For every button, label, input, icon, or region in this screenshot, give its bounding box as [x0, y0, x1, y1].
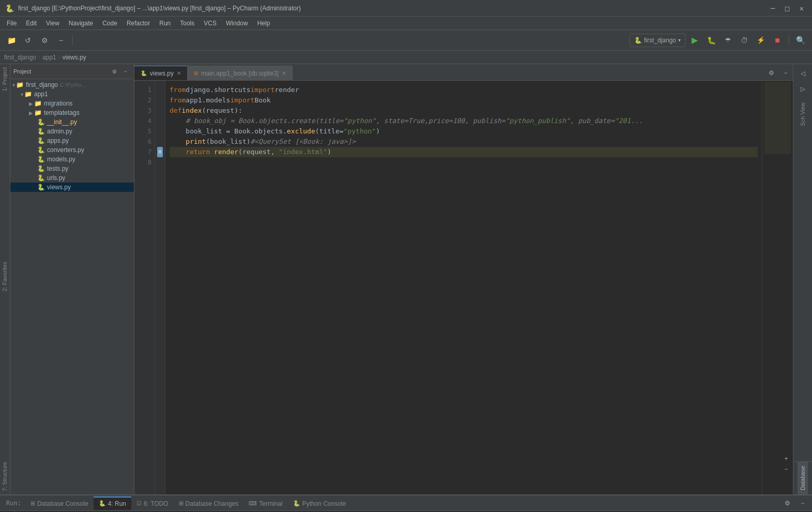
window-controls: ─ □ ✕ — [768, 3, 807, 13]
code-line-5: book_list = Book.objects.exclude(title="… — [170, 126, 758, 137]
bottom-minimize-btn[interactable]: − — [795, 496, 810, 510]
todo-icon: ☑ — [136, 500, 142, 507]
run-config-label: first_django — [644, 37, 676, 44]
tree-init[interactable]: 🐍 __init__.py — [10, 117, 134, 127]
bottom-tab-run[interactable]: 🐍 4: Run — [94, 496, 131, 510]
tree-models[interactable]: 🐍 models.py — [10, 155, 134, 164]
toolbar: 📁 ↺ ⚙ − 🐍 first_django ▾ ▶ 🐛 ☂ ⏱ ⚡ ■ 🔍 — [0, 30, 812, 51]
tree-tests[interactable]: 🐍 tests.py — [10, 164, 134, 173]
bottom-tab-database-console[interactable]: ⊞ Database Console — [25, 496, 94, 510]
scrollmap-preview — [762, 81, 793, 494]
menu-refactor[interactable]: Refactor — [122, 19, 154, 28]
sch-view-label[interactable]: Sch View — [798, 98, 808, 130]
menu-edit[interactable]: Edit — [22, 19, 41, 28]
tree-migrations[interactable]: ▶ 📁 migrations — [10, 99, 134, 108]
tab-close-views[interactable]: ✕ — [177, 70, 181, 76]
run-label: Run: — [2, 500, 25, 507]
tree-app1[interactable]: ▾ 📁 app1 — [10, 89, 134, 99]
tree-views[interactable]: 🐍 views.py — [10, 183, 134, 192]
breadcrumb-app1[interactable]: app1 — [42, 54, 56, 61]
close-button[interactable]: ✕ — [796, 3, 807, 13]
zoom-in-btn[interactable]: + — [782, 454, 791, 463]
bottom-tab-actions: ⚙ − — [780, 496, 810, 510]
run-config-dropdown-icon: ▾ — [678, 37, 681, 43]
stop-button[interactable]: ■ — [770, 33, 785, 48]
toolbar-sync-btn[interactable]: ↺ — [21, 33, 35, 48]
coverage-button[interactable]: ☂ — [721, 33, 735, 48]
right-expand-btn[interactable]: ◁ — [795, 66, 810, 81]
tree-admin[interactable]: 🐍 admin.py — [10, 127, 134, 136]
database-console-icon: ⊞ — [30, 500, 35, 507]
toolbar-sep-2 — [789, 35, 789, 46]
tree-root[interactable]: ▾ 📁 first_django E:\Pytho... — [10, 80, 134, 89]
bottom-tab-python-console[interactable]: 🐍 Python Console — [288, 496, 351, 510]
toolbar-open-btn[interactable]: 📁 — [4, 33, 19, 48]
tab-label-db: main.app1_book [db.sqlite3] — [201, 70, 279, 77]
code-line-1: from django.shortcuts import render — [170, 85, 758, 95]
tab-views-py[interactable]: 🐍 views.py ✕ — [134, 66, 188, 80]
maximize-button[interactable]: □ — [782, 3, 792, 13]
tab-close-db[interactable]: ✕ — [282, 70, 286, 76]
scrollmap: + − — [762, 81, 793, 494]
tree-templatetags[interactable]: ▶ 📁 templatetags — [10, 108, 134, 117]
database-panel-label[interactable]: Database — [798, 462, 808, 494]
menu-window[interactable]: Window — [222, 19, 252, 28]
breadcrumb: first_django › app1 › views.py — [0, 51, 812, 64]
bottom-tab-terminal-label: Terminal — [259, 500, 282, 507]
project-panel-title: Project — [13, 68, 31, 74]
code-editor[interactable]: 1 2 3 4 5 6 7 8 H — [134, 81, 793, 494]
right-collapse-btn[interactable]: ▷ — [795, 82, 810, 96]
title-bar: 🐍 first_django [E:\PythonProject\first_d… — [0, 0, 812, 17]
tree-urls[interactable]: 🐍 urls.py — [10, 173, 134, 183]
menu-file[interactable]: File — [3, 19, 21, 28]
tab-label-views: views.py — [150, 70, 174, 77]
toolbar-minus-btn[interactable]: − — [54, 33, 68, 48]
debug-button[interactable]: 🐛 — [704, 33, 718, 48]
editor-settings-btn[interactable]: ⚙ — [764, 66, 778, 80]
tree-apps[interactable]: 🐍 apps.py — [10, 136, 134, 145]
profile-button[interactable]: ⏱ — [737, 33, 752, 48]
menu-run[interactable]: Run — [155, 19, 175, 28]
menu-navigate[interactable]: Navigate — [65, 19, 97, 28]
bottom-tab-db-changes[interactable]: ⊞ Database Changes — [174, 496, 244, 510]
menu-vcs[interactable]: VCS — [200, 19, 221, 28]
run-button[interactable]: ▶ — [687, 33, 702, 48]
breadcrumb-root[interactable]: first_django — [4, 54, 36, 61]
menu-tools[interactable]: Tools — [176, 19, 198, 28]
tab-favorites[interactable]: 2: Favorites — [0, 259, 10, 294]
tree-converters[interactable]: 🐍 converters.py — [10, 145, 134, 155]
bottom-tab-python-label: Python Console — [302, 500, 346, 507]
run-config-selector[interactable]: 🐍 first_django ▾ — [630, 34, 685, 47]
panel-actions: ⚙ − — [109, 66, 131, 77]
bottom-tab-db-changes-label: Database Changes — [186, 500, 239, 507]
bottom-settings-btn[interactable]: ⚙ — [780, 496, 794, 510]
code-line-7: return render(request, "index.html") — [170, 147, 758, 157]
tab-structure[interactable]: 7: Structure — [0, 459, 10, 494]
left-tabs-panel: 1: Project 2: Favorites 7: Structure — [0, 64, 10, 494]
right-panel-controls: ◁ ▷ — [793, 64, 812, 98]
menu-view[interactable]: View — [42, 19, 64, 28]
concurrency-button[interactable]: ⚡ — [754, 33, 768, 48]
python-console-icon: 🐍 — [293, 500, 300, 507]
editor-minus-btn[interactable]: − — [778, 66, 793, 80]
minimize-button[interactable]: ─ — [768, 3, 778, 13]
bottom-tab-todo-label: 6: TODO — [144, 500, 168, 507]
h-badge: H — [157, 147, 163, 157]
project-panel-header: Project ⚙ − — [10, 64, 134, 79]
tab-project[interactable]: 1: Project — [0, 64, 10, 94]
tab-icon-views: 🐍 — [141, 70, 147, 76]
menu-help[interactable]: Help — [253, 19, 274, 28]
tab-db-sqlite[interactable]: ⊞ main.app1_book [db.sqlite3] ✕ — [188, 66, 293, 80]
editor-tabs-bar: 🐍 views.py ✕ ⊞ main.app1_book [db.sqlite… — [134, 64, 793, 81]
code-line-2: from app1.models import Book — [170, 95, 758, 106]
panel-settings-btn[interactable]: ⚙ — [109, 66, 119, 77]
toolbar-settings-btn[interactable]: ⚙ — [37, 33, 52, 48]
code-content[interactable]: from django.shortcuts import render from… — [165, 81, 762, 494]
zoom-out-btn[interactable]: − — [782, 464, 791, 474]
window-title: first_django [E:\PythonProject\first_dja… — [18, 5, 301, 12]
menu-code[interactable]: Code — [98, 19, 121, 28]
bottom-tab-terminal[interactable]: ⌨ Terminal — [243, 496, 287, 510]
bottom-tab-todo[interactable]: ☑ 6: TODO — [131, 496, 174, 510]
search-everywhere-button[interactable]: 🔍 — [793, 33, 808, 48]
panel-minimize-btn[interactable]: − — [120, 66, 131, 77]
